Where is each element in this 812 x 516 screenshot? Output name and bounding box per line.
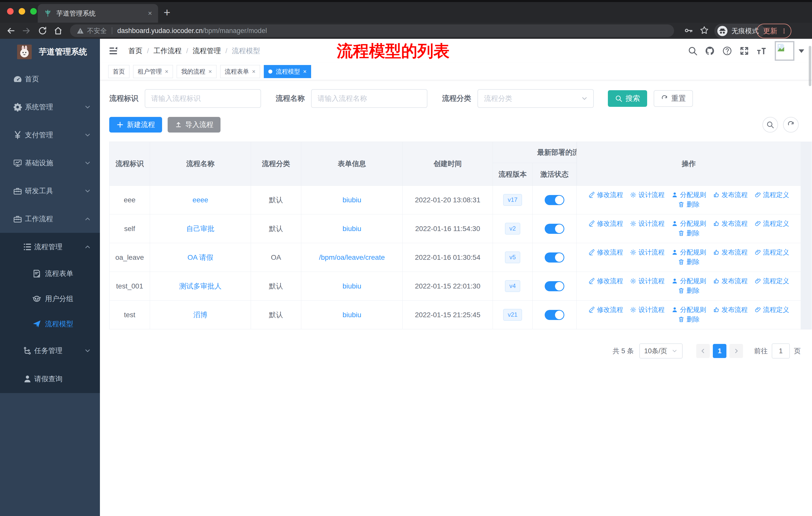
- action-definition[interactable]: 流程定义: [754, 305, 789, 314]
- action-assign-user[interactable]: 分配规则: [671, 305, 706, 314]
- back-icon[interactable]: [6, 26, 16, 35]
- tag-process-model[interactable]: 流程模型 ×: [264, 65, 311, 78]
- action-delete[interactable]: 删除: [678, 286, 700, 295]
- process-name-link[interactable]: eeee: [193, 196, 208, 204]
- action-design[interactable]: 设计流程: [630, 305, 665, 314]
- process-name-link[interactable]: OA 请假: [187, 253, 213, 261]
- tag-home[interactable]: 首页: [108, 65, 129, 78]
- active-toggle[interactable]: [545, 252, 564, 263]
- fullscreen-icon[interactable]: [739, 46, 749, 56]
- tag-close-icon[interactable]: ×: [252, 69, 256, 75]
- action-assign-user[interactable]: 分配规则: [671, 248, 706, 257]
- home-icon[interactable]: [53, 26, 63, 35]
- window-close-button[interactable]: [7, 8, 13, 15]
- action-edit[interactable]: 修改流程: [588, 277, 623, 286]
- reload-icon[interactable]: [38, 26, 47, 35]
- form-info-link[interactable]: biubiu: [343, 196, 361, 204]
- active-toggle[interactable]: [545, 195, 564, 205]
- new-tab-button[interactable]: +: [164, 5, 170, 19]
- action-delete[interactable]: 删除: [678, 257, 700, 266]
- window-minimize-button[interactable]: [19, 8, 25, 15]
- prev-page-button[interactable]: [696, 344, 710, 358]
- action-edit[interactable]: 修改流程: [588, 305, 623, 314]
- process-name-input[interactable]: [311, 89, 427, 108]
- action-assign-user[interactable]: 分配规则: [671, 190, 706, 199]
- action-edit[interactable]: 修改流程: [588, 219, 623, 228]
- scrollbar-thumb[interactable]: [809, 46, 811, 86]
- action-design[interactable]: 设计流程: [630, 219, 665, 228]
- search-button[interactable]: 搜索: [608, 90, 647, 107]
- tag-close-icon[interactable]: ×: [303, 69, 307, 75]
- process-name-link[interactable]: 测试多审批人: [179, 282, 222, 290]
- tab-close-icon[interactable]: ×: [148, 9, 152, 18]
- form-info-link[interactable]: biubiu: [343, 282, 361, 290]
- action-publish[interactable]: 发布流程: [713, 305, 748, 314]
- action-delete[interactable]: 删除: [678, 315, 700, 324]
- sidebar-item-leave-query[interactable]: 请假查询: [0, 365, 100, 393]
- search-icon[interactable]: [688, 46, 698, 56]
- font-size-icon[interactable]: [756, 46, 766, 56]
- process-name-link[interactable]: 滔博: [193, 311, 207, 319]
- goto-page-input[interactable]: [772, 344, 790, 358]
- bookmark-star-icon[interactable]: [699, 25, 709, 35]
- forward-icon[interactable]: [22, 26, 31, 35]
- sidebar-item-process-management[interactable]: 流程管理: [0, 233, 100, 261]
- action-delete[interactable]: 删除: [678, 200, 700, 209]
- sidebar-item-user-group[interactable]: 用户分组: [0, 286, 100, 311]
- sidebar-item-payment[interactable]: 支付管理: [0, 121, 100, 149]
- sidebar-item-workflow[interactable]: 工作流程: [0, 205, 100, 233]
- breadcrumb-item[interactable]: 流程管理: [193, 46, 221, 56]
- create-process-button[interactable]: 新建流程: [109, 117, 162, 133]
- action-edit[interactable]: 修改流程: [588, 248, 623, 257]
- reset-button[interactable]: 重置: [654, 90, 693, 107]
- next-page-button[interactable]: [729, 344, 743, 358]
- sidebar-item-process-model[interactable]: 流程模型: [0, 311, 100, 336]
- toggle-search-button[interactable]: [762, 117, 778, 133]
- action-publish[interactable]: 发布流程: [713, 248, 748, 257]
- active-toggle[interactable]: [545, 281, 564, 291]
- action-publish[interactable]: 发布流程: [713, 277, 748, 286]
- tag-tenant[interactable]: 租户管理 ×: [133, 65, 173, 78]
- help-icon[interactable]: [722, 46, 732, 56]
- sidebar-logo[interactable]: 芋道管理系统: [0, 39, 100, 65]
- tag-process-form[interactable]: 流程表单 ×: [220, 65, 260, 78]
- refresh-table-button[interactable]: [783, 117, 799, 133]
- process-name-link[interactable]: 自己审批: [186, 225, 214, 233]
- sidebar-item-system[interactable]: 系统管理: [0, 93, 100, 121]
- action-publish[interactable]: 发布流程: [713, 190, 748, 199]
- sidebar-item-process-form[interactable]: 流程表单: [0, 261, 100, 286]
- form-info-link[interactable]: biubiu: [343, 311, 361, 319]
- caret-down-icon[interactable]: [799, 49, 804, 53]
- action-assign-user[interactable]: 分配规则: [671, 277, 706, 286]
- chrome-update-button[interactable]: 更新: [757, 24, 791, 38]
- github-icon[interactable]: [705, 46, 715, 56]
- sidebar-item-home[interactable]: 首页: [0, 65, 100, 93]
- action-design[interactable]: 设计流程: [630, 277, 665, 286]
- action-edit[interactable]: 修改流程: [588, 190, 623, 199]
- tag-close-icon[interactable]: ×: [165, 69, 168, 75]
- page-number-button[interactable]: 1: [713, 344, 726, 358]
- active-toggle[interactable]: [545, 310, 564, 320]
- avatar[interactable]: [775, 41, 794, 61]
- form-info-link[interactable]: /bpm/oa/leave/create: [319, 253, 385, 261]
- action-definition[interactable]: 流程定义: [754, 248, 789, 257]
- action-definition[interactable]: 流程定义: [754, 219, 789, 228]
- action-definition[interactable]: 流程定义: [754, 277, 789, 286]
- tag-close-icon[interactable]: ×: [208, 69, 212, 75]
- action-assign-user[interactable]: 分配规则: [671, 219, 706, 228]
- process-id-input[interactable]: [145, 89, 261, 108]
- active-toggle[interactable]: [545, 224, 564, 234]
- import-process-button[interactable]: 导入流程: [168, 117, 221, 133]
- hamburger-icon[interactable]: [108, 46, 118, 56]
- browser-tab[interactable]: 芋道管理系统 ×: [38, 4, 158, 23]
- action-design[interactable]: 设计流程: [630, 190, 665, 199]
- breadcrumb-item[interactable]: 首页: [128, 46, 142, 56]
- action-publish[interactable]: 发布流程: [713, 219, 748, 228]
- form-info-link[interactable]: biubiu: [343, 225, 361, 233]
- tag-my-process[interactable]: 我的流程 ×: [177, 65, 216, 78]
- page-size-select[interactable]: 10条/页: [639, 344, 683, 358]
- sidebar-item-infrastructure[interactable]: 基础设施: [0, 149, 100, 177]
- window-zoom-button[interactable]: [30, 8, 37, 15]
- sidebar-item-task-management[interactable]: 任务管理: [0, 336, 100, 365]
- action-delete[interactable]: 删除: [678, 229, 700, 238]
